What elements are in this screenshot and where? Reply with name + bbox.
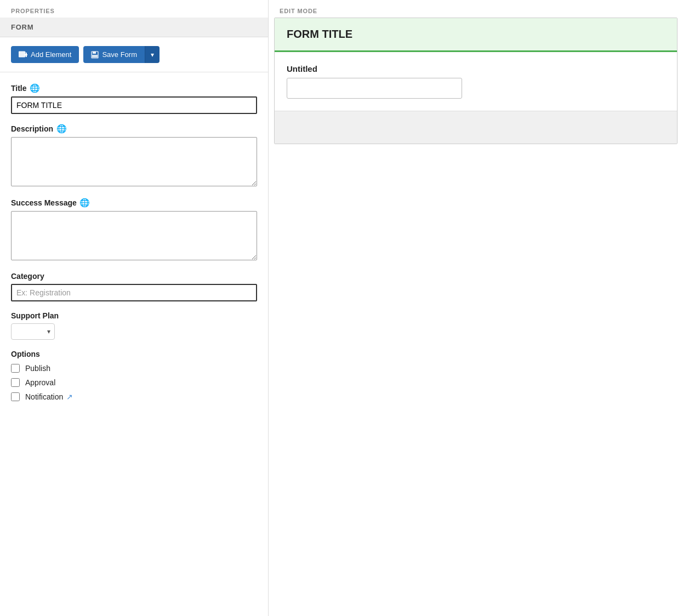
title-label: Title 🌐: [11, 83, 257, 93]
svg-rect-6: [92, 55, 98, 58]
support-plan-select-wrapper: [11, 323, 55, 340]
notification-checkbox[interactable]: [11, 392, 20, 401]
description-label: Description 🌐: [11, 124, 257, 134]
options-field-group: Options Publish Approval Notification ↗: [11, 350, 257, 401]
publish-label: Publish: [25, 364, 50, 373]
publish-checkbox-item: Publish: [11, 364, 257, 373]
success-message-field-group: Success Message 🌐: [11, 198, 257, 262]
form-body: Untitled: [275, 52, 677, 111]
success-message-textarea[interactable]: [11, 211, 257, 260]
toolbar: Add Element Save Form ▾: [0, 37, 268, 72]
support-plan-field-group: Support Plan: [11, 311, 257, 340]
success-message-globe-icon[interactable]: 🌐: [80, 198, 90, 208]
edit-mode-header: EDIT MODE: [269, 0, 683, 18]
approval-checkbox[interactable]: [11, 378, 20, 387]
properties-content: Title 🌐 Description 🌐 Success Message 🌐: [0, 72, 268, 616]
support-plan-label: Support Plan: [11, 311, 257, 320]
options-label: Options: [11, 350, 257, 358]
approval-label: Approval: [25, 378, 55, 387]
form-footer: [275, 111, 677, 144]
left-panel: PROPERTIES FORM Add Element Save Form: [0, 0, 269, 616]
description-field-group: Description 🌐: [11, 124, 257, 188]
form-section-label: FORM: [0, 18, 268, 37]
save-form-dropdown-button[interactable]: ▾: [145, 46, 160, 63]
form-title-bar: FORM TITLE: [275, 18, 677, 52]
properties-header: PROPERTIES: [0, 0, 268, 18]
save-form-split-button: Save Form ▾: [83, 46, 160, 63]
add-element-button[interactable]: Add Element: [11, 46, 79, 63]
notification-checkbox-item: Notification ↗: [11, 392, 257, 401]
publish-checkbox[interactable]: [11, 364, 20, 373]
form-field-label: Untitled: [287, 64, 665, 73]
svg-rect-5: [93, 52, 96, 54]
title-field-group: Title 🌐: [11, 83, 257, 114]
save-form-button[interactable]: Save Form: [83, 46, 145, 63]
add-element-icon: [19, 51, 27, 59]
category-field-group: Category: [11, 272, 257, 301]
approval-checkbox-item: Approval: [11, 378, 257, 387]
category-label: Category: [11, 272, 257, 281]
support-plan-select[interactable]: [11, 323, 55, 340]
notification-ext-link-icon[interactable]: ↗: [66, 392, 73, 401]
form-preview: FORM TITLE Untitled: [274, 18, 678, 144]
title-input[interactable]: [11, 96, 257, 114]
description-textarea[interactable]: [11, 137, 257, 186]
title-globe-icon[interactable]: 🌐: [30, 83, 40, 93]
form-input-preview[interactable]: [287, 78, 462, 99]
form-title-text: FORM TITLE: [287, 28, 352, 40]
right-panel: EDIT MODE FORM TITLE Untitled: [269, 0, 683, 616]
save-form-icon: [91, 51, 99, 59]
success-message-label: Success Message 🌐: [11, 198, 257, 208]
notification-label: Notification ↗: [25, 392, 73, 401]
category-input[interactable]: [11, 284, 257, 301]
description-globe-icon[interactable]: 🌐: [56, 124, 66, 134]
